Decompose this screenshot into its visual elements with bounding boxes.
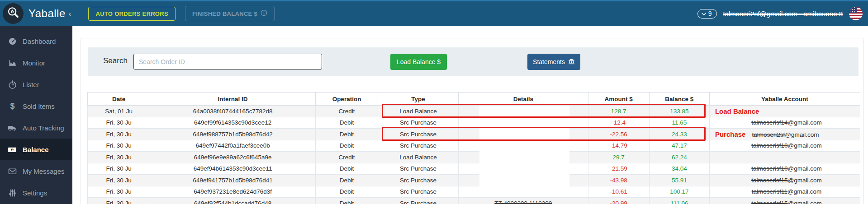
cell-operation: Debit	[315, 140, 378, 152]
svg-text:1: 1	[11, 148, 13, 151]
balance-table-container: DateInternal IDOperationTypeDetailsAmoun…	[87, 92, 860, 204]
cell-operation: Credit	[315, 152, 378, 163]
cell-internal-id: 649ef941757b1d5b98d76d41	[150, 175, 316, 186]
sidebar-item-label: Dashboard	[23, 37, 56, 45]
sidebar-item-label: Sold Items	[23, 102, 55, 110]
cell-type: Src Purchase	[378, 117, 459, 129]
table-row: Fri, 30 Ju649ef96e9e89a62c6f645a9eCredit…	[88, 152, 860, 163]
cell-yaballe-account: Load Balance	[709, 106, 860, 117]
account-domain: @gmail.com	[785, 131, 819, 138]
auto-orders-errors-label: AUTO ORDERS ERRORS	[95, 10, 168, 17]
column-header: Internal ID	[150, 93, 316, 106]
us-flag-icon[interactable]	[849, 7, 863, 20]
gauge-icon	[8, 37, 17, 46]
cell-operation: Debit	[315, 117, 378, 129]
cell-date: Fri, 30 Ju	[88, 175, 150, 186]
balance-card: Search Load Balance $ Statements	[81, 38, 864, 204]
cell-operation: Debit	[315, 129, 378, 140]
cell-balance: 111.06	[649, 198, 709, 204]
cell-internal-id: 64a0038f407444165c7782d8	[150, 106, 316, 117]
table-row: Fri, 30 Ju649ef988757b1d5b98d76d42DebitS…	[88, 129, 860, 140]
sidebar-item-sold-items[interactable]: $Sold Items	[0, 95, 72, 117]
table-head-row: DateInternal IDOperationTypeDetailsAmoun…	[88, 93, 860, 106]
cell-yaballe-account: talmoserisf14@gmail.com	[709, 117, 860, 129]
truck-icon	[8, 124, 17, 132]
statements-button[interactable]: Statements	[527, 54, 580, 70]
area-chart-icon	[8, 59, 17, 67]
cell-operation: Debit	[315, 186, 378, 198]
search-input[interactable]	[133, 54, 322, 70]
cell-internal-id: 649ef96e9e89a62c6f645a9e	[150, 152, 316, 163]
brand-title: Yaballe	[28, 7, 66, 20]
sidebar-item-label: Monitor	[23, 59, 45, 67]
table-row: Fri, 30 Ju649ef941757b1d5b98d76d41DebitS…	[88, 175, 860, 186]
table-row: Fri, 30 Ju649ef99f614353c90d3cee12DebitS…	[88, 117, 860, 129]
cell-operation: Debit	[315, 163, 378, 175]
sidebar-item-settings[interactable]: Settings	[0, 182, 72, 204]
load-balance-button[interactable]: Load Balance $	[390, 54, 447, 70]
cell-internal-id: 649ef99f614353c90d3cee12	[150, 117, 316, 129]
cell-date: Sat, 01 Ju	[88, 106, 150, 117]
cell-date: Fri, 30 Ju	[88, 129, 150, 140]
finished-balance-label: FINISHED BALANCE $	[192, 10, 257, 17]
table-row: Fri, 30 Ju649ef94b614353c90d3cee11DebitS…	[88, 163, 860, 175]
column-header: Details	[458, 93, 588, 106]
cell-amount: -43.98	[588, 175, 649, 186]
account-domain: @gmail.com	[787, 177, 821, 184]
table-row: Fri, 30 Ju649ef97442f0a1faef3cee0bDebitS…	[88, 140, 860, 152]
sidebar-item-balance[interactable]: 1Balance	[0, 139, 72, 160]
cell-amount: -21.59	[588, 163, 649, 175]
cell-yaballe-account: talmoserisf15@gmail.com	[709, 175, 860, 186]
cell-amount: -12.4	[588, 117, 649, 129]
cell-balance: 133.85	[649, 106, 709, 117]
redacted-details-text: TZ 4000200 1110200	[494, 200, 552, 204]
column-header: Amount $	[588, 93, 649, 106]
cell-amount: -10.61	[588, 186, 649, 198]
yaballe-logo[interactable]	[3, 3, 24, 24]
cell-type: Src Purchase	[378, 163, 459, 175]
finished-balance-button[interactable]: FINISHED BALANCE $	[185, 6, 275, 21]
cell-date: Fri, 30 Ju	[88, 186, 150, 198]
redacted-account-user: talmoserisf15	[751, 200, 787, 204]
column-header: Balance $	[649, 93, 709, 106]
search-label: Search	[103, 56, 128, 65]
account-domain: @gmail.com	[787, 165, 821, 172]
balance-table: DateInternal IDOperationTypeDetailsAmoun…	[87, 92, 860, 204]
redacted-account-user: talmoserisf11	[752, 188, 787, 195]
cell-date: Fri, 30 Ju	[88, 140, 150, 152]
sliders-icon	[8, 189, 17, 197]
svg-text:$: $	[10, 102, 14, 111]
cell-yaballe-account: talmoserisf15@gmail.com	[709, 198, 860, 204]
account-domain: @gmail.com	[787, 119, 821, 126]
cell-balance: 62.24	[649, 152, 709, 163]
cell-type: Load Balance	[378, 106, 459, 117]
notification-count-badge[interactable]: 9	[697, 9, 717, 19]
account-domain: @gmail.com	[787, 188, 821, 195]
annotation-flag-text: Load Balance	[715, 107, 759, 115]
redacted-account-user: talmoserisf10	[751, 165, 787, 172]
load-balance-label: Load Balance $	[397, 58, 441, 65]
sidebar-item-auto-tracking[interactable]: Auto Tracking	[0, 117, 72, 139]
cell-type: Src Purchase	[378, 175, 459, 186]
magnifier-cube-icon	[7, 6, 19, 21]
collapse-sidebar-chevron[interactable]: ‹	[69, 9, 71, 19]
cell-balance: 34.04	[649, 163, 709, 175]
search-toolbar: Search Load Balance $ Statements	[88, 47, 859, 76]
cell-date: Fri, 30 Ju	[88, 163, 150, 175]
sidebar-item-my-messages[interactable]: My Messages	[0, 160, 72, 182]
cell-balance: 11.65	[649, 117, 709, 129]
top-bar: Yaballe ‹ AUTO ORDERS ERRORS FINISHED BA…	[0, 0, 868, 26]
sidebar-item-label: My Messages	[23, 167, 65, 175]
sidebar-item-dashboard[interactable]: Dashboard	[0, 30, 72, 52]
auto-orders-errors-button[interactable]: AUTO ORDERS ERRORS	[88, 7, 175, 21]
sidebar-item-monitor[interactable]: Monitor	[0, 52, 72, 74]
cell-type: Load Balance	[378, 152, 459, 163]
sidebar-item-lister[interactable]: Lister	[0, 74, 72, 95]
dollar-icon: $	[8, 102, 17, 111]
cell-internal-id: 649ef97442f0a1faef3cee0b	[150, 140, 316, 152]
cell-internal-id: 649ef937231e8ed624d76d3f	[150, 186, 316, 198]
info-icon	[261, 9, 267, 18]
cell-date: Fri, 30 Ju	[88, 152, 150, 163]
user-account-menu[interactable]: talmoseri2sf@gmail.com - amibouano 8	[723, 10, 843, 18]
redacted-account-user: talmoserisf14	[751, 119, 787, 126]
